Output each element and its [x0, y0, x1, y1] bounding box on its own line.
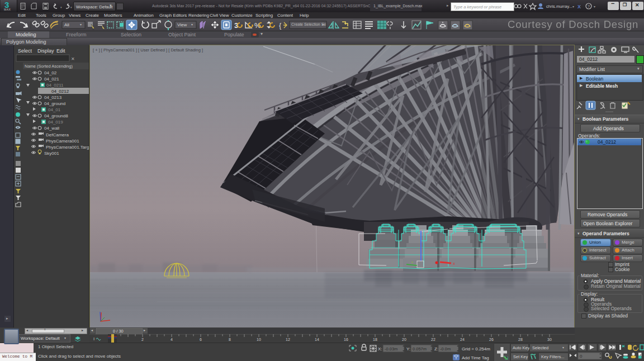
svg-text:04_0211: 04_0211 — [46, 83, 64, 88]
svg-text:X: X — [577, 4, 581, 10]
svg-text:v: v — [411, 260, 413, 264]
svg-text:24: 24 — [460, 338, 465, 341]
svg-text:▾: ▾ — [60, 6, 62, 9]
svg-text:chris.murray...: chris.murray... — [546, 4, 572, 9]
svg-text:22: 22 — [431, 338, 435, 341]
svg-text:04_021: 04_021 — [44, 77, 59, 82]
svg-text:I: I — [93, 336, 94, 341]
svg-text:▾: ▾ — [594, 5, 595, 8]
svg-text:04_ground: 04_ground — [44, 101, 65, 106]
svg-text:4: 4 — [171, 338, 173, 341]
svg-text:Y:: Y: — [406, 346, 410, 352]
svg-text:6: 6 — [200, 338, 202, 341]
svg-text:▾: ▾ — [70, 6, 72, 9]
svg-text:28: 28 — [518, 338, 523, 341]
svg-text:▾: ▾ — [322, 23, 324, 26]
svg-text:0: 0 — [580, 354, 583, 359]
svg-text:04_02: 04_02 — [44, 70, 57, 75]
svg-text:04_019: 04_019 — [48, 120, 63, 125]
svg-text:Add Time Tag: Add Time Tag — [462, 355, 489, 360]
svg-text:8: 8 — [229, 338, 231, 341]
svg-text:04_0212: 04_0212 — [51, 89, 69, 94]
svg-text:DefCamera: DefCamera — [46, 132, 69, 137]
svg-text:✕: ✕ — [71, 56, 75, 61]
svg-text:PhysCamera001: PhysCamera001 — [46, 139, 79, 144]
svg-text:View: View — [177, 22, 187, 27]
svg-text:10: 10 — [257, 338, 261, 341]
svg-text:Name (Sorted Ascending): Name (Sorted Ascending) — [25, 64, 73, 69]
svg-text:0.057m: 0.057m — [413, 346, 427, 352]
svg-text:16: 16 — [344, 338, 348, 341]
svg-text:Display: Display — [37, 48, 54, 54]
svg-text:14: 14 — [315, 338, 319, 341]
svg-text:12: 12 — [286, 338, 290, 341]
svg-text:Sky001: Sky001 — [44, 151, 59, 156]
svg-text:PhysCamera001.Target: PhysCamera001.Target — [46, 145, 89, 150]
svg-text:x: x — [453, 262, 455, 265]
svg-text:-0.0m: -0.0m — [440, 346, 451, 352]
svg-text:Edit: Edit — [56, 48, 65, 54]
svg-text:20: 20 — [402, 338, 406, 341]
svg-text:▾: ▾ — [80, 23, 82, 26]
svg-text:{: { — [279, 21, 282, 30]
svg-text:26: 26 — [489, 338, 494, 341]
svg-text:Grid = 0.254m: Grid = 0.254m — [462, 346, 490, 352]
svg-text:30: 30 — [547, 338, 552, 341]
svg-text:▾: ▾ — [572, 5, 574, 8]
svg-text:04_wall: 04_wall — [44, 126, 59, 131]
svg-text:Select: Select — [18, 48, 32, 54]
svg-text:2: 2 — [141, 338, 144, 341]
svg-text:04_01: 04_01 — [48, 107, 61, 112]
svg-text:18: 18 — [373, 338, 377, 341]
svg-text:X:: X: — [378, 346, 382, 352]
svg-text:04_ground8: 04_ground8 — [44, 113, 68, 118]
svg-text:All: All — [64, 22, 69, 27]
svg-text:Create Selection Se: Create Selection Se — [291, 22, 326, 26]
svg-text:?: ? — [588, 4, 590, 8]
svg-text:04_0213: 04_0213 — [44, 95, 62, 100]
svg-text:-0.03m: -0.03m — [385, 346, 397, 352]
svg-text:▾: ▾ — [191, 23, 193, 26]
svg-text:Z:: Z: — [434, 346, 438, 352]
